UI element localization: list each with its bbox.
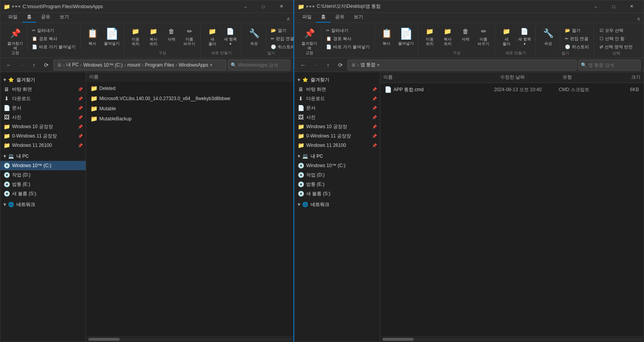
right-forward-btn[interactable]: → bbox=[310, 60, 321, 71]
left-paste-btn[interactable]: 📄 붙여넣기 bbox=[102, 26, 121, 48]
right-sidebar-favorites-header[interactable]: ▾ ⭐ 즐겨찾기 bbox=[295, 75, 380, 85]
right-invert-btn[interactable]: ⇄ 선택 영역 반전 bbox=[597, 43, 635, 51]
left-sidebar-downloads[interactable]: ⬇ 다운로드 📌 bbox=[0, 94, 86, 103]
left-tab-share[interactable]: 공유 bbox=[36, 12, 55, 23]
right-sidebar-win10[interactable]: 📁 Windows 10 공장장 📌 bbox=[295, 122, 380, 131]
left-file-mutable[interactable]: 📁 Mutable bbox=[88, 104, 292, 114]
right-sidebar-network-header[interactable]: ▾ 🌐 네트워크 bbox=[295, 200, 380, 209]
left-sidebar-sdrive[interactable]: 💿 새 볼륨 (S:) bbox=[0, 189, 86, 198]
left-hscrollbar[interactable] bbox=[86, 336, 293, 342]
right-hscrollbar[interactable] bbox=[380, 336, 644, 342]
right-shortcut-paste-btn[interactable]: 📄 바로 가기 붙여넣기 bbox=[324, 43, 372, 51]
right-paste-btn[interactable]: 📄 붙여넣기 bbox=[397, 26, 415, 48]
left-pin-btn[interactable]: 📌 즐겨찾기에고정 bbox=[6, 26, 25, 57]
left-sidebar-win11[interactable]: 📁 Windows 11 26100 📌 bbox=[0, 141, 86, 150]
right-properties-btn[interactable]: 🔧 속성 bbox=[539, 26, 558, 48]
right-open-btn[interactable]: 📂 열기 bbox=[563, 27, 591, 34]
left-copyto-btn[interactable]: 📁 복사위치 bbox=[145, 26, 162, 47]
left-cut-btn[interactable]: ✂ 잘라내기 bbox=[30, 27, 78, 34]
right-sidebar-cdrive[interactable]: 💿 Windows 10™ (C:) bbox=[295, 161, 380, 170]
left-file-mutablebackup[interactable]: 📁 MutableBackup bbox=[88, 114, 292, 124]
right-refresh-btn[interactable]: ⟳ bbox=[335, 60, 346, 71]
left-newfolder-btn[interactable]: 📁 새폴더 bbox=[204, 26, 221, 47]
right-address-input[interactable]: 🖥 › 앱 통합 ▾ bbox=[348, 60, 577, 71]
left-forward-btn[interactable]: → bbox=[16, 60, 27, 71]
left-properties-btn[interactable]: 🔧 속성 bbox=[245, 26, 263, 48]
right-rename-btn[interactable]: ✏ 이름바꾸기 bbox=[475, 26, 492, 47]
left-history-btn[interactable]: 🕒 히스토리 bbox=[268, 43, 293, 51]
left-tab-file[interactable]: 파일 bbox=[4, 12, 22, 23]
right-tab-home[interactable]: 홈 bbox=[316, 12, 330, 23]
right-newitem-btn[interactable]: 📄 새 항목 ▾ bbox=[516, 26, 533, 47]
right-up-btn[interactable]: ↑ bbox=[323, 60, 333, 71]
left-sidebar-documents[interactable]: 📄 문서 📌 bbox=[0, 103, 86, 113]
left-shortcut-paste-btn[interactable]: 📄 바로 가기 붙여넣기 bbox=[30, 43, 78, 51]
left-search-box[interactable]: 🔍 bbox=[228, 60, 290, 71]
right-ribbon-collapse-btn[interactable]: ∧ bbox=[637, 16, 640, 23]
right-sidebar-win11-0[interactable]: 📁 0-Windows 11 공장장 📌 bbox=[295, 131, 380, 141]
left-sidebar-network-header[interactable]: ▾ 🌐 네트워크 bbox=[0, 200, 86, 209]
right-tab-file[interactable]: 파일 bbox=[298, 12, 316, 23]
right-cut-btn[interactable]: ✂ 잘라내기 bbox=[324, 27, 372, 34]
left-sidebar-win10[interactable]: 📁 Windows 10 공장장 📌 bbox=[0, 122, 86, 131]
left-sidebar-mypc-header[interactable]: ▾ 💻 내 PC bbox=[0, 152, 86, 161]
left-tab-home[interactable]: 홈 bbox=[22, 12, 36, 23]
right-search-box[interactable]: 🔍 bbox=[578, 60, 640, 71]
right-file-appcmd[interactable]: 📄 APP 통합.cmd 2024-08-13 오전 10:40 CMD 스크립… bbox=[382, 85, 642, 95]
right-sidebar-pictures[interactable]: 🖼 사진 📌 bbox=[295, 113, 380, 122]
left-sidebar-edrive[interactable]: 💿 밥통 (E:) bbox=[0, 180, 86, 189]
left-sidebar-desktop[interactable]: 🖥 바탕 화면 📌 bbox=[0, 85, 86, 94]
right-history-btn[interactable]: 🕒 히스토리 bbox=[563, 43, 591, 51]
right-sidebar-ddrive[interactable]: 💿 작업 (D:) bbox=[295, 170, 380, 180]
left-address-input[interactable]: 🖥 › 내 PC › Windows 10™ (C:) › mount › Pr… bbox=[53, 60, 226, 71]
right-delete-btn[interactable]: 🗑 삭제 bbox=[457, 26, 474, 47]
right-sidebar-documents[interactable]: 📄 문서 📌 bbox=[295, 103, 380, 113]
left-delete-btn[interactable]: 🗑 삭제 bbox=[163, 26, 180, 47]
right-selectall-btn[interactable]: ☑ 모두 선택 bbox=[597, 27, 635, 34]
right-minimize-btn[interactable]: – bbox=[587, 0, 605, 13]
left-sidebar-win11-0[interactable]: 📁 0-Windows 11 공장장 📌 bbox=[0, 131, 86, 141]
left-back-btn[interactable]: ← bbox=[4, 60, 14, 71]
left-copy-btn[interactable]: 📋 복사 bbox=[83, 26, 102, 48]
left-minimize-btn[interactable]: – bbox=[236, 0, 254, 13]
left-up-btn[interactable]: ↑ bbox=[28, 60, 39, 71]
left-search-input[interactable] bbox=[238, 62, 288, 68]
right-sidebar-sdrive[interactable]: 💿 새 볼륨 (S:) bbox=[295, 189, 380, 198]
right-path-copy-btn[interactable]: 📋 경로 복사 bbox=[324, 35, 372, 42]
left-tab-view[interactable]: 보기 bbox=[55, 12, 74, 23]
right-sidebar-edrive[interactable]: 💿 밥통 (E:) bbox=[295, 180, 380, 189]
left-file-deleted[interactable]: 📁 Deleted bbox=[88, 83, 292, 93]
left-rename-btn[interactable]: ✏ 이름바꾸기 bbox=[181, 26, 198, 47]
right-selectnone-btn[interactable]: ☐ 선택 안 함 bbox=[597, 35, 635, 42]
right-pin-btn[interactable]: 📌 즐겨찾기에고정 bbox=[300, 26, 319, 57]
left-move-btn[interactable]: 📁 이동위치 bbox=[127, 26, 144, 47]
right-back-btn[interactable]: ← bbox=[298, 60, 309, 71]
left-edit-btn[interactable]: ✏ 편집 연결 bbox=[268, 35, 293, 42]
right-tab-view[interactable]: 보기 bbox=[349, 12, 368, 23]
left-sidebar-ddrive[interactable]: 💿 작업 (D:) bbox=[0, 170, 86, 180]
right-close-btn[interactable]: ✕ bbox=[623, 0, 640, 13]
right-maximize-btn[interactable]: □ bbox=[605, 0, 623, 13]
right-tab-share[interactable]: 공유 bbox=[330, 12, 349, 23]
right-move-btn[interactable]: 📁 이동위치 bbox=[421, 26, 438, 47]
left-sidebar-favorites-header[interactable]: ▾ ⭐ 즐겨찾기 bbox=[0, 75, 86, 85]
right-copyto-btn[interactable]: 📁 복사위치 bbox=[439, 26, 456, 47]
left-path-copy-btn[interactable]: 📋 경로 복사 bbox=[30, 35, 78, 42]
left-sidebar-pictures[interactable]: 🖼 사진 📌 bbox=[0, 113, 86, 122]
left-newitem-btn[interactable]: 📄 새 항목 ▾ bbox=[222, 26, 239, 47]
left-close-btn[interactable]: ✕ bbox=[272, 0, 290, 13]
right-newfolder-btn[interactable]: 📁 새폴더 bbox=[498, 26, 515, 47]
right-sidebar-win11[interactable]: 📁 Windows 11 26100 📌 bbox=[295, 141, 380, 150]
left-open-btn[interactable]: 📂 열기 bbox=[268, 27, 293, 34]
right-edit-btn[interactable]: ✏ 편집 연결 bbox=[563, 35, 591, 42]
right-search-input[interactable] bbox=[588, 62, 638, 68]
left-file-vclibs[interactable]: 📁 Microsoft.VCLibs.140.00_14.0.27323.0_x… bbox=[88, 93, 292, 104]
left-sidebar-cdrive[interactable]: 💿 Windows 10™ (C:) bbox=[0, 161, 86, 170]
left-maximize-btn[interactable]: □ bbox=[254, 0, 272, 13]
right-sidebar-mypc-header[interactable]: ▾ 💻 내 PC bbox=[295, 152, 380, 161]
right-copy-btn[interactable]: 📋 복사 bbox=[377, 26, 396, 48]
left-refresh-btn[interactable]: ⟳ bbox=[41, 60, 52, 71]
left-ribbon-collapse-btn[interactable]: ∧ bbox=[286, 16, 290, 23]
right-sidebar-desktop[interactable]: 🖥 바탕 화면 📌 bbox=[295, 85, 380, 94]
right-sidebar-downloads[interactable]: ⬇ 다운로드 📌 bbox=[295, 94, 380, 103]
